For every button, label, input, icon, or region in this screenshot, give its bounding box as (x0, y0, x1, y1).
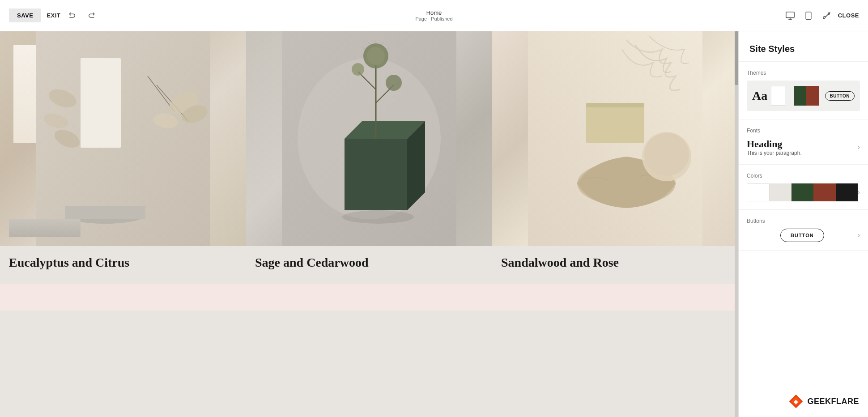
theme-aa-text: Aa (752, 89, 767, 103)
desktop-view-button[interactable] (783, 8, 798, 23)
toolbar-center: Home Page · Published (415, 9, 452, 21)
sandalwood-illustration (492, 31, 738, 246)
svg-rect-37 (586, 103, 644, 143)
product-image (246, 31, 492, 246)
scrollbar-thumb[interactable] (735, 31, 738, 85)
svg-rect-0 (786, 12, 794, 17)
list-item: Sandalwood and Rose (492, 31, 738, 284)
theme-red-swatch (806, 86, 819, 106)
panel-header: Site Styles (739, 31, 868, 62)
color-swatch-red (813, 183, 835, 201)
svg-text:◆: ◆ (794, 399, 799, 405)
svg-rect-3 (806, 12, 811, 19)
product-image (492, 31, 738, 246)
geekflare-logo: ◆ GEEKFLARE (788, 394, 859, 409)
fonts-paragraph: This is your paragraph. (747, 150, 858, 156)
product-label: Sage and Cedarwood (246, 246, 492, 284)
canvas-scroll[interactable]: Eucalyptus and Citrus (0, 31, 738, 417)
themes-label: Themes (747, 70, 860, 76)
mobile-icon (804, 11, 813, 20)
svg-point-41 (644, 133, 689, 176)
product-label: Eucalyptus and Citrus (0, 246, 246, 284)
svg-rect-38 (586, 103, 644, 107)
color-swatch-white (747, 183, 770, 201)
themes-section: Themes Aa BUTTON (739, 62, 868, 119)
list-item: Eucalyptus and Citrus (0, 31, 246, 284)
fonts-preview-row[interactable]: Heading This is your paragraph. › (747, 138, 860, 156)
desktop-icon (785, 11, 795, 21)
fonts-preview: Heading This is your paragraph. (747, 138, 858, 156)
mobile-view-button[interactable] (801, 9, 816, 23)
right-panel: Site Styles Themes Aa BUTTON Fonts Headi… (738, 31, 868, 417)
buttons-label: Buttons (747, 218, 860, 224)
exit-button[interactable]: EXIT (47, 12, 60, 19)
theme-white-swatch (771, 86, 785, 106)
toolbar-left: SAVE EXIT (9, 9, 98, 22)
toolbar-right: CLOSE (783, 8, 859, 23)
svg-rect-20 (345, 139, 407, 210)
colors-section[interactable]: Colors › (739, 165, 868, 210)
footer-bar (0, 284, 738, 311)
close-button[interactable]: CLOSE (838, 12, 859, 19)
svg-point-35 (342, 210, 414, 224)
colors-swatches (747, 183, 858, 201)
buttons-section[interactable]: Buttons BUTTON › (739, 210, 868, 251)
undo-icon (68, 12, 77, 20)
fonts-label: Fonts (747, 128, 860, 134)
main-area: Eucalyptus and Citrus (0, 31, 868, 417)
undo-button[interactable] (66, 9, 79, 22)
svg-rect-9 (65, 206, 145, 219)
theme-button-preview: BUTTON (825, 91, 855, 101)
geekflare-diamond-icon: ◆ (788, 394, 804, 409)
svg-point-29 (352, 63, 364, 76)
fonts-section[interactable]: Fonts Heading This is your paragraph. › (739, 119, 868, 165)
redo-button[interactable] (85, 9, 98, 22)
svg-point-27 (367, 47, 385, 65)
fonts-chevron-right-icon: › (858, 143, 860, 151)
product-label: Sandalwood and Rose (492, 246, 738, 284)
sage-illustration (246, 31, 492, 246)
list-item: Sage and Cedarwood (246, 31, 492, 284)
colors-chevron-right-icon: › (858, 188, 860, 196)
fonts-heading: Heading (747, 138, 858, 150)
color-swatch-green (791, 183, 813, 201)
scrollbar-track[interactable] (735, 31, 738, 417)
buttons-preview: BUTTON (747, 229, 858, 242)
color-swatch-black (836, 183, 858, 201)
theme-green-swatch (794, 86, 806, 106)
product-grid: Eucalyptus and Citrus (0, 31, 738, 284)
svg-rect-7 (81, 58, 121, 148)
page-name: Home (415, 9, 452, 16)
redo-icon (87, 12, 95, 20)
color-swatch-beige (770, 183, 791, 201)
buttons-preview-row[interactable]: BUTTON › (747, 229, 860, 242)
page-status: Page · Published (415, 16, 452, 21)
theme-colors (794, 86, 819, 106)
product-image (0, 31, 246, 246)
preview-button: BUTTON (780, 229, 824, 242)
paint-brush-button[interactable] (819, 8, 834, 23)
canvas-area: Eucalyptus and Citrus (0, 31, 738, 417)
colors-label: Colors (747, 173, 860, 179)
eucalyptus-illustration (0, 31, 246, 246)
geekflare-text: GEEKFLARE (807, 397, 859, 406)
buttons-chevron-right-icon: › (858, 231, 860, 239)
theme-preview[interactable]: Aa BUTTON (747, 81, 860, 111)
toolbar: SAVE EXIT Home Page · Published (0, 0, 868, 31)
save-button[interactable]: SAVE (9, 9, 41, 22)
svg-point-28 (386, 75, 402, 91)
paint-brush-icon (822, 11, 832, 21)
colors-preview-row[interactable]: › (747, 183, 860, 201)
panel-title: Site Styles (749, 44, 857, 54)
